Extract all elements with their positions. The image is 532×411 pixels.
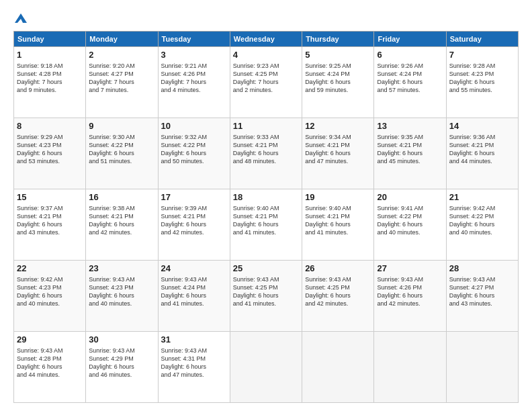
day-number: 6: [377, 49, 443, 61]
calendar-day-cell: 22Sunrise: 9:42 AM Sunset: 4:23 PM Dayli…: [14, 261, 86, 332]
calendar-day-header: Tuesday: [158, 32, 230, 47]
day-info: Sunrise: 9:34 AM Sunset: 4:21 PM Dayligh…: [305, 133, 371, 166]
header: [13, 12, 519, 24]
day-number: 9: [89, 120, 154, 132]
day-number: 1: [17, 49, 83, 61]
page: SundayMondayTuesdayWednesdayThursdayFrid…: [0, 0, 532, 411]
day-info: Sunrise: 9:30 AM Sunset: 4:22 PM Dayligh…: [89, 133, 154, 166]
calendar-day-cell: 27Sunrise: 9:43 AM Sunset: 4:26 PM Dayli…: [374, 261, 446, 332]
day-number: 27: [377, 263, 443, 275]
calendar-day-cell: 20Sunrise: 9:41 AM Sunset: 4:22 PM Dayli…: [374, 189, 446, 261]
day-number: 22: [17, 263, 83, 275]
calendar-day-cell: 29Sunrise: 9:43 AM Sunset: 4:28 PM Dayli…: [14, 332, 86, 403]
day-number: 11: [233, 120, 299, 132]
calendar-day-cell: 1Sunrise: 9:18 AM Sunset: 4:28 PM Daylig…: [14, 47, 86, 118]
day-info: Sunrise: 9:42 AM Sunset: 4:23 PM Dayligh…: [17, 275, 83, 308]
day-number: 28: [449, 263, 515, 275]
day-info: Sunrise: 9:43 AM Sunset: 4:25 PM Dayligh…: [233, 275, 299, 308]
day-info: Sunrise: 9:21 AM Sunset: 4:26 PM Dayligh…: [161, 62, 227, 95]
day-number: 5: [305, 49, 371, 61]
calendar-day-cell: 10Sunrise: 9:32 AM Sunset: 4:22 PM Dayli…: [158, 118, 230, 189]
calendar-week-row: 8Sunrise: 9:29 AM Sunset: 4:23 PM Daylig…: [14, 118, 519, 189]
calendar-day-cell: 14Sunrise: 9:36 AM Sunset: 4:21 PM Dayli…: [446, 118, 518, 189]
calendar-day-cell: 26Sunrise: 9:43 AM Sunset: 4:25 PM Dayli…: [302, 261, 374, 332]
day-number: 15: [17, 191, 83, 203]
day-info: Sunrise: 9:43 AM Sunset: 4:25 PM Dayligh…: [305, 275, 371, 308]
calendar-week-row: 15Sunrise: 9:37 AM Sunset: 4:21 PM Dayli…: [14, 189, 519, 261]
day-number: 23: [89, 263, 154, 275]
day-info: Sunrise: 9:43 AM Sunset: 4:29 PM Dayligh…: [89, 347, 154, 379]
calendar-header-row: SundayMondayTuesdayWednesdayThursdayFrid…: [14, 32, 519, 47]
day-number: 8: [17, 120, 83, 132]
day-number: 16: [89, 191, 154, 203]
day-info: Sunrise: 9:40 AM Sunset: 4:21 PM Dayligh…: [305, 204, 371, 237]
day-number: 29: [17, 334, 83, 346]
calendar-day-cell: [446, 332, 518, 403]
calendar-day-cell: 18Sunrise: 9:40 AM Sunset: 4:21 PM Dayli…: [230, 189, 302, 261]
calendar-day-cell: 6Sunrise: 9:26 AM Sunset: 4:24 PM Daylig…: [374, 47, 446, 118]
day-number: 24: [161, 263, 227, 275]
calendar-day-cell: [230, 332, 302, 403]
calendar-day-cell: 5Sunrise: 9:25 AM Sunset: 4:24 PM Daylig…: [302, 47, 374, 118]
day-info: Sunrise: 9:32 AM Sunset: 4:22 PM Dayligh…: [161, 133, 227, 166]
calendar-day-header: Sunday: [14, 32, 86, 47]
day-number: 19: [305, 191, 371, 203]
day-info: Sunrise: 9:23 AM Sunset: 4:25 PM Dayligh…: [233, 62, 299, 95]
day-info: Sunrise: 9:36 AM Sunset: 4:21 PM Dayligh…: [449, 133, 515, 166]
calendar-day-cell: 2Sunrise: 9:20 AM Sunset: 4:27 PM Daylig…: [86, 47, 158, 118]
calendar-day-cell: 7Sunrise: 9:28 AM Sunset: 4:23 PM Daylig…: [446, 47, 518, 118]
day-number: 4: [233, 49, 299, 61]
calendar-day-cell: 8Sunrise: 9:29 AM Sunset: 4:23 PM Daylig…: [14, 118, 86, 189]
calendar-day-cell: [302, 332, 374, 403]
day-number: 17: [161, 191, 227, 203]
calendar-day-cell: 17Sunrise: 9:39 AM Sunset: 4:21 PM Dayli…: [158, 189, 230, 261]
day-number: 25: [233, 263, 299, 275]
day-info: Sunrise: 9:39 AM Sunset: 4:21 PM Dayligh…: [161, 204, 227, 237]
calendar-day-cell: 9Sunrise: 9:30 AM Sunset: 4:22 PM Daylig…: [86, 118, 158, 189]
calendar-day-header: Friday: [374, 32, 446, 47]
day-info: Sunrise: 9:26 AM Sunset: 4:24 PM Dayligh…: [377, 62, 443, 95]
calendar-day-cell: 23Sunrise: 9:43 AM Sunset: 4:23 PM Dayli…: [86, 261, 158, 332]
calendar-table: SundayMondayTuesdayWednesdayThursdayFrid…: [13, 31, 519, 403]
day-number: 10: [161, 120, 227, 132]
day-info: Sunrise: 9:43 AM Sunset: 4:31 PM Dayligh…: [161, 347, 227, 379]
day-number: 21: [449, 191, 515, 203]
calendar-day-cell: 19Sunrise: 9:40 AM Sunset: 4:21 PM Dayli…: [302, 189, 374, 261]
day-number: 31: [161, 334, 227, 346]
day-number: 13: [377, 120, 443, 132]
calendar-day-cell: 15Sunrise: 9:37 AM Sunset: 4:21 PM Dayli…: [14, 189, 86, 261]
calendar-day-header: Monday: [86, 32, 158, 47]
day-info: Sunrise: 9:40 AM Sunset: 4:21 PM Dayligh…: [233, 204, 299, 237]
day-number: 20: [377, 191, 443, 203]
day-info: Sunrise: 9:29 AM Sunset: 4:23 PM Dayligh…: [17, 133, 83, 166]
calendar-day-cell: 13Sunrise: 9:35 AM Sunset: 4:21 PM Dayli…: [374, 118, 446, 189]
day-info: Sunrise: 9:38 AM Sunset: 4:21 PM Dayligh…: [89, 204, 154, 237]
day-info: Sunrise: 9:42 AM Sunset: 4:22 PM Dayligh…: [449, 204, 515, 237]
day-info: Sunrise: 9:41 AM Sunset: 4:22 PM Dayligh…: [377, 204, 443, 237]
calendar-day-cell: 25Sunrise: 9:43 AM Sunset: 4:25 PM Dayli…: [230, 261, 302, 332]
day-info: Sunrise: 9:37 AM Sunset: 4:21 PM Dayligh…: [17, 204, 83, 237]
calendar-day-cell: 16Sunrise: 9:38 AM Sunset: 4:21 PM Dayli…: [86, 189, 158, 261]
calendar-day-header: Wednesday: [230, 32, 302, 47]
day-info: Sunrise: 9:43 AM Sunset: 4:26 PM Dayligh…: [377, 275, 443, 308]
day-info: Sunrise: 9:43 AM Sunset: 4:28 PM Dayligh…: [17, 347, 83, 379]
calendar-week-row: 1Sunrise: 9:18 AM Sunset: 4:28 PM Daylig…: [14, 47, 519, 118]
calendar-day-cell: 4Sunrise: 9:23 AM Sunset: 4:25 PM Daylig…: [230, 47, 302, 118]
calendar-day-header: Saturday: [446, 32, 518, 47]
day-number: 14: [449, 120, 515, 132]
day-number: 7: [449, 49, 515, 61]
day-info: Sunrise: 9:43 AM Sunset: 4:23 PM Dayligh…: [89, 275, 154, 308]
day-info: Sunrise: 9:20 AM Sunset: 4:27 PM Dayligh…: [89, 62, 154, 95]
calendar-day-cell: 11Sunrise: 9:33 AM Sunset: 4:21 PM Dayli…: [230, 118, 302, 189]
day-info: Sunrise: 9:18 AM Sunset: 4:28 PM Dayligh…: [17, 62, 83, 95]
calendar-day-cell: [374, 332, 446, 403]
calendar-day-cell: 12Sunrise: 9:34 AM Sunset: 4:21 PM Dayli…: [302, 118, 374, 189]
calendar-day-cell: 24Sunrise: 9:43 AM Sunset: 4:24 PM Dayli…: [158, 261, 230, 332]
calendar-week-row: 29Sunrise: 9:43 AM Sunset: 4:28 PM Dayli…: [14, 332, 519, 403]
calendar-day-header: Thursday: [302, 32, 374, 47]
day-info: Sunrise: 9:43 AM Sunset: 4:24 PM Dayligh…: [161, 275, 227, 308]
day-number: 12: [305, 120, 371, 132]
day-number: 30: [89, 334, 154, 346]
calendar-week-row: 22Sunrise: 9:42 AM Sunset: 4:23 PM Dayli…: [14, 261, 519, 332]
day-number: 3: [161, 49, 227, 61]
